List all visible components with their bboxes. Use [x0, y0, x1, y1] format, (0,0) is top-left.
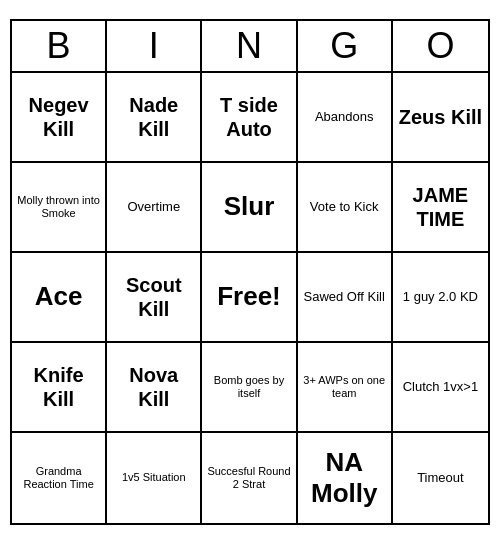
- cell-text: Knife Kill: [16, 363, 101, 411]
- cell-text: 1 guy 2.0 KD: [403, 289, 478, 305]
- cell-text: Abandons: [315, 109, 374, 125]
- cell-text: Overtime: [127, 199, 180, 215]
- cell-text: Clutch 1vx>1: [403, 379, 479, 395]
- cell-text: T side Auto: [206, 93, 291, 141]
- bingo-header: BINGO: [12, 21, 488, 73]
- bingo-cell[interactable]: 1v5 Situation: [107, 433, 202, 523]
- bingo-cell[interactable]: Scout Kill: [107, 253, 202, 343]
- header-letter: G: [298, 21, 393, 71]
- cell-text: Slur: [224, 191, 275, 222]
- cell-text: Nova Kill: [111, 363, 196, 411]
- bingo-cell[interactable]: Sawed Off Kill: [298, 253, 393, 343]
- cell-text: Negev Kill: [16, 93, 101, 141]
- cell-text: 1v5 Situation: [122, 471, 186, 484]
- header-letter: B: [12, 21, 107, 71]
- cell-text: Grandma Reaction Time: [16, 465, 101, 491]
- bingo-cell[interactable]: Vote to Kick: [298, 163, 393, 253]
- header-letter: O: [393, 21, 488, 71]
- cell-text: Timeout: [417, 470, 463, 486]
- bingo-cell[interactable]: Nade Kill: [107, 73, 202, 163]
- bingo-cell[interactable]: NA Molly: [298, 433, 393, 523]
- bingo-cell[interactable]: Slur: [202, 163, 297, 253]
- cell-text: Nade Kill: [111, 93, 196, 141]
- cell-text: Scout Kill: [111, 273, 196, 321]
- bingo-cell[interactable]: Ace: [12, 253, 107, 343]
- cell-text: NA Molly: [302, 447, 387, 509]
- bingo-cell[interactable]: Zeus Kill: [393, 73, 488, 163]
- cell-text: Ace: [35, 281, 83, 312]
- cell-text: Zeus Kill: [399, 105, 482, 129]
- cell-text: Vote to Kick: [310, 199, 379, 215]
- bingo-cell[interactable]: Succesful Round 2 Strat: [202, 433, 297, 523]
- bingo-cell[interactable]: 3+ AWPs on one team: [298, 343, 393, 433]
- cell-text: Bomb goes by itself: [206, 374, 291, 400]
- bingo-cell[interactable]: Free!: [202, 253, 297, 343]
- bingo-cell[interactable]: Bomb goes by itself: [202, 343, 297, 433]
- cell-text: JAME TIME: [397, 183, 484, 231]
- bingo-cell[interactable]: T side Auto: [202, 73, 297, 163]
- bingo-cell[interactable]: Overtime: [107, 163, 202, 253]
- bingo-cell[interactable]: Grandma Reaction Time: [12, 433, 107, 523]
- bingo-cell[interactable]: 1 guy 2.0 KD: [393, 253, 488, 343]
- cell-text: Succesful Round 2 Strat: [206, 465, 291, 491]
- bingo-cell[interactable]: Nova Kill: [107, 343, 202, 433]
- cell-text: Molly thrown into Smoke: [16, 194, 101, 220]
- header-letter: N: [202, 21, 297, 71]
- bingo-grid: Negev KillNade KillT side AutoAbandonsZe…: [12, 73, 488, 523]
- cell-text: Sawed Off Kill: [303, 289, 384, 305]
- bingo-cell[interactable]: JAME TIME: [393, 163, 488, 253]
- bingo-cell[interactable]: Knife Kill: [12, 343, 107, 433]
- cell-text: Free!: [217, 281, 281, 312]
- header-letter: I: [107, 21, 202, 71]
- bingo-cell[interactable]: Timeout: [393, 433, 488, 523]
- cell-text: 3+ AWPs on one team: [302, 374, 387, 400]
- bingo-cell[interactable]: Negev Kill: [12, 73, 107, 163]
- bingo-cell[interactable]: Abandons: [298, 73, 393, 163]
- bingo-cell[interactable]: Clutch 1vx>1: [393, 343, 488, 433]
- bingo-card: BINGO Negev KillNade KillT side AutoAban…: [10, 19, 490, 525]
- bingo-cell[interactable]: Molly thrown into Smoke: [12, 163, 107, 253]
